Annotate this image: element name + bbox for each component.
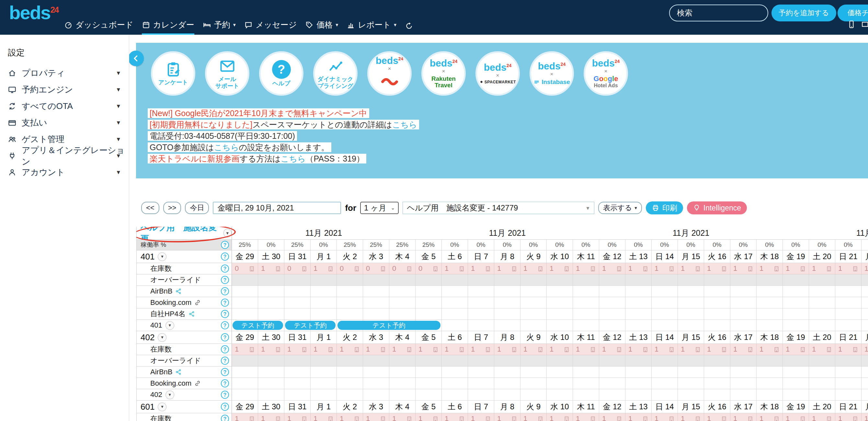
sidebar-item-all-ota[interactable]: すべてのOTA▼ <box>0 98 129 114</box>
day-header-cell[interactable]: 金 19 <box>783 250 809 263</box>
day-header-cell[interactable]: 火 2 <box>337 250 363 263</box>
booking-cell[interactable] <box>862 320 868 331</box>
booking-cell[interactable] <box>809 389 835 400</box>
channel-cell[interactable] <box>862 297 868 308</box>
day-header-cell[interactable]: 金 5 <box>415 400 442 413</box>
day-header-cell[interactable]: 土 30 <box>258 250 284 263</box>
channel-cell[interactable] <box>573 366 599 378</box>
inventory-cell[interactable]: 1 <box>730 413 756 421</box>
day-header-cell[interactable]: 日 21 <box>835 331 862 344</box>
channel-cell[interactable] <box>389 297 415 308</box>
day-header-cell[interactable]: 土 13 <box>625 400 652 413</box>
override-cell[interactable] <box>783 355 809 366</box>
help-icon[interactable]: ? <box>221 391 229 399</box>
booking-cell[interactable] <box>678 320 704 331</box>
booking-cell[interactable] <box>652 320 678 331</box>
day-header-cell[interactable]: 日 14 <box>652 250 678 263</box>
prev-page-button[interactable]: << <box>141 202 159 214</box>
channel-cell[interactable] <box>783 308 809 320</box>
booking-cell[interactable] <box>783 320 809 331</box>
override-cell[interactable] <box>809 355 835 366</box>
sidebar-item-account[interactable]: アカウント▼ <box>0 164 129 181</box>
channel-cell[interactable] <box>284 297 311 308</box>
channel-cell[interactable] <box>599 378 625 389</box>
day-header-cell[interactable]: 月 15 <box>678 250 704 263</box>
day-header-cell[interactable]: 水 17 <box>730 400 756 413</box>
banner-icon-google-hotel-ads[interactable]: beds24×GoogleHotel Ads <box>584 51 628 96</box>
day-header-cell[interactable]: 土 20 <box>809 331 835 344</box>
channel-cell[interactable] <box>730 286 756 297</box>
channel-cell[interactable] <box>337 297 363 308</box>
day-header-cell[interactable]: 日 7 <box>468 331 494 344</box>
booking-cell[interactable] <box>625 320 652 331</box>
day-header-cell[interactable]: 金 12 <box>599 331 625 344</box>
day-header-cell[interactable]: 木 4 <box>389 331 415 344</box>
channel-cell[interactable] <box>573 297 599 308</box>
day-header-cell[interactable]: 日 7 <box>468 250 494 263</box>
override-cell[interactable] <box>652 355 678 366</box>
day-header-cell[interactable]: 月 22 <box>862 331 868 344</box>
inventory-cell[interactable]: 0 <box>389 263 415 274</box>
channel-cell[interactable] <box>363 308 389 320</box>
override-cell[interactable] <box>678 355 704 366</box>
booking-cell[interactable] <box>704 320 730 331</box>
channel-cell[interactable] <box>311 286 337 297</box>
inventory-cell[interactable]: 1 <box>494 344 521 355</box>
property-header-dropdown[interactable]: ▼ <box>223 229 231 237</box>
channel-cell[interactable] <box>337 286 363 297</box>
inventory-cell[interactable]: 1 <box>599 413 625 421</box>
help-icon[interactable]: ? <box>221 276 229 284</box>
channel-cell[interactable] <box>494 366 521 378</box>
help-icon[interactable]: ? <box>221 380 229 388</box>
override-cell[interactable] <box>258 355 284 366</box>
channel-cell[interactable] <box>442 308 468 320</box>
channel-cell[interactable] <box>678 286 704 297</box>
channel-cell[interactable] <box>835 297 862 308</box>
booking-cell[interactable] <box>704 389 730 400</box>
day-header-cell[interactable]: 木 11 <box>573 331 599 344</box>
booking-cell[interactable] <box>730 389 756 400</box>
inventory-cell[interactable]: 1 <box>862 413 868 421</box>
override-cell[interactable] <box>573 274 599 286</box>
booking-cell[interactable] <box>730 320 756 331</box>
override-cell[interactable] <box>730 274 756 286</box>
channel-cell[interactable] <box>835 366 862 378</box>
inventory-cell[interactable]: 0 <box>337 263 363 274</box>
day-header-cell[interactable]: 水 10 <box>547 331 573 344</box>
day-header-cell[interactable]: 月 15 <box>678 400 704 413</box>
room-dropdown[interactable]: ▼ <box>158 402 166 411</box>
day-header-cell[interactable]: 水 17 <box>730 331 756 344</box>
banner-icon-help[interactable]: ?ヘルプ <box>259 51 304 96</box>
channel-cell[interactable] <box>809 297 835 308</box>
help-icon[interactable]: ? <box>221 345 229 354</box>
print-button[interactable]: 印刷 <box>646 201 683 215</box>
override-cell[interactable] <box>783 274 809 286</box>
booking-cell[interactable] <box>442 320 468 331</box>
inventory-cell[interactable]: 1 <box>232 344 258 355</box>
channel-cell[interactable] <box>521 286 547 297</box>
channel-cell[interactable] <box>363 297 389 308</box>
inventory-cell[interactable]: 0 <box>363 263 389 274</box>
banner-icon-dynamic-pricing[interactable]: ダイナミック プライシング <box>313 51 358 96</box>
inventory-cell[interactable]: 1 <box>678 344 704 355</box>
channel-cell[interactable] <box>284 286 311 297</box>
booking-cell[interactable] <box>363 389 389 400</box>
channel-cell[interactable] <box>232 366 258 378</box>
booking-cell[interactable] <box>389 389 415 400</box>
channel-cell[interactable] <box>783 378 809 389</box>
channel-cell[interactable] <box>835 308 862 320</box>
day-header-cell[interactable]: 日 21 <box>835 250 862 263</box>
channel-cell[interactable] <box>442 366 468 378</box>
news-link[interactable]: こちら <box>392 120 417 129</box>
search-input[interactable] <box>677 8 761 18</box>
channel-cell[interactable] <box>258 297 284 308</box>
day-header-cell[interactable]: 土 30 <box>258 400 284 413</box>
help-icon[interactable]: ? <box>221 333 229 341</box>
channel-cell[interactable] <box>862 286 868 297</box>
help-icon[interactable]: ? <box>221 241 229 249</box>
channel-cell[interactable] <box>783 366 809 378</box>
channel-cell[interactable] <box>494 297 521 308</box>
override-cell[interactable] <box>494 355 521 366</box>
inventory-cell[interactable]: 1 <box>599 263 625 274</box>
channel-cell[interactable] <box>284 378 311 389</box>
